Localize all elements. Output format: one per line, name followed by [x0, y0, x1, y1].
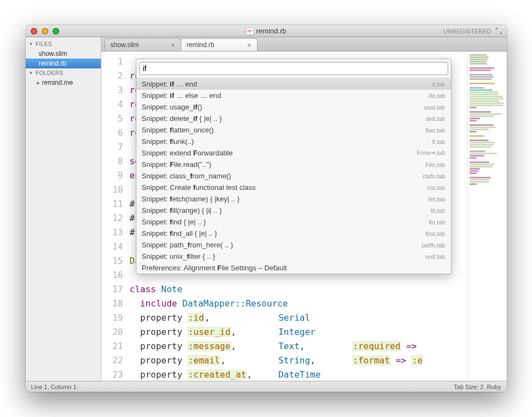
command-palette-item-hint: Forw⇥,tab [417, 149, 445, 157]
traffic-lights [31, 28, 59, 34]
ruby-file-icon: rb [246, 27, 254, 35]
command-palette-item[interactable]: Snippet: if … endif,tab [136, 78, 451, 90]
command-palette-item-hint: cla,tab [427, 184, 445, 191]
tab[interactable]: remind.rb × [181, 38, 258, 51]
window-title-text: remind.rb [256, 27, 287, 35]
editor-window: rb remind.rb UNREGISTERED ▼ FILES show.s… [26, 25, 507, 392]
folder-label: remind.me [42, 79, 73, 86]
command-palette-item-label: Snippet: if … end [142, 80, 197, 88]
command-palette-item-hint: File,tab [425, 161, 445, 168]
command-palette-item-label: Snippet: Create functional test class [142, 183, 256, 192]
chevron-right-icon: ▶ [37, 80, 40, 85]
command-palette-item-label: Snippet: unix_filter { .. } [142, 252, 215, 260]
command-palette-item-hint: patfh,tab [422, 242, 445, 248]
command-palette-item-label: Snippet: path_from_here( .. ) [142, 241, 233, 249]
command-palette-item[interactable]: Snippet: usage_if()usai,tab [136, 101, 451, 113]
window-title: rb remind.rb [26, 27, 507, 35]
titlebar: rb remind.rb UNREGISTERED [26, 25, 507, 37]
command-palette-item-label: Snippet: flunk(..) [142, 137, 194, 146]
folders-header-label: FOLDERS [36, 70, 64, 76]
command-palette-item[interactable]: Snippet: flunk(..)fl,tab [136, 136, 451, 147]
command-palette-item[interactable]: Snippet: find_all { |e| .. }fina,tab [136, 228, 451, 239]
status-tabsize[interactable]: Tab Size: 2 [454, 384, 483, 390]
files-section-header[interactable]: ▼ FILES [26, 39, 101, 49]
command-palette-item-label: Snippet: extend Forwardable [142, 149, 233, 157]
zoom-window-button[interactable] [53, 28, 59, 34]
command-palette-item[interactable]: Snippet: extend ForwardableForw⇥,tab [136, 147, 451, 159]
command-palette-item-label: Snippet: if … else … end [142, 91, 221, 100]
tab-label: remind.rb [187, 41, 215, 49]
command-palette-item-hint: usai,tab [424, 104, 445, 111]
tabbar: show.slim × remind.rb × [101, 37, 507, 51]
command-palette-item-hint: clafn,tab [422, 173, 445, 179]
command-palette-item-hint: fl,tab [432, 138, 445, 145]
command-palette-item-label: Snippet: find_all { |e| .. } [142, 229, 218, 238]
command-palette-item[interactable]: Snippet: unix_filter { .. }unif,tab [136, 251, 451, 262]
sidebar: ▼ FILES show.slim remind.rb ▼ FOLDERS ▶ … [26, 37, 101, 381]
gutter: 1234567891011121314151617181920212223 [101, 51, 128, 381]
command-palette-input[interactable] [139, 62, 448, 75]
unregistered-label: UNREGISTERED [443, 28, 491, 34]
command-palette-item[interactable]: Snippet: delete_if { |e| .. }deli,tab [136, 113, 451, 124]
tab-label: show.slim [111, 41, 139, 49]
command-palette-item[interactable]: Snippet: fetch(name) { |key| .. }fet,tab [136, 193, 451, 205]
command-palette-item[interactable]: Preferences: Alignment File Settings – D… [136, 262, 451, 274]
sidebar-file-item[interactable]: show.slim [26, 49, 101, 59]
command-palette-item-label: Snippet: flatten_once() [142, 126, 214, 134]
command-palette-item-hint: fina,tab [425, 230, 445, 237]
command-palette-item[interactable]: Snippet: flatten_once()flao,tab [136, 124, 451, 136]
command-palette-item-label: Snippet: usage_if() [142, 103, 203, 111]
minimap[interactable] [467, 51, 507, 381]
close-tab-icon[interactable]: × [247, 41, 251, 49]
chevron-down-icon: ▼ [29, 71, 33, 76]
command-palette-item-label: Snippet: fill(range) { |i| .. } [142, 206, 222, 215]
files-header-label: FILES [36, 41, 52, 47]
close-window-button[interactable] [31, 28, 37, 34]
command-palette-item[interactable]: Snippet: path_from_here( .. )patfh,tab [136, 239, 451, 251]
sidebar-file-item[interactable]: remind.rb [26, 59, 101, 68]
close-tab-icon[interactable]: × [171, 41, 175, 49]
tab[interactable]: show.slim × [105, 38, 181, 51]
status-language[interactable]: Ruby [487, 384, 501, 390]
command-palette-item-label: Snippet: delete_if { |e| .. } [142, 114, 222, 123]
chevron-down-icon: ▼ [29, 42, 33, 47]
command-palette-item-hint: fet,tab [428, 196, 445, 202]
command-palette-item-hint: deli,tab [426, 115, 445, 122]
editor[interactable]: 1234567891011121314151617181920212223 re… [101, 51, 507, 381]
command-palette-item-hint: if,tab [432, 81, 445, 88]
statusbar: Line 1, Column 1 Tab Size: 2 Ruby [26, 381, 507, 392]
command-palette-item-hint: flao,tab [425, 127, 445, 134]
folders-section-header[interactable]: ▼ FOLDERS [26, 68, 101, 78]
command-palette-item[interactable]: Snippet: if … else … endife,tab [136, 90, 451, 101]
command-palette-item-label: Snippet: fetch(name) { |key| .. } [142, 195, 240, 203]
command-palette-item[interactable]: Snippet: find { |e| .. }fin,tab [136, 216, 451, 228]
fullscreen-icon[interactable] [496, 28, 502, 34]
command-palette-item-label: Snippet: class_from_name() [142, 172, 231, 180]
command-palette-item[interactable]: Snippet: class_from_name()clafn,tab [136, 170, 451, 182]
command-palette-item-hint: fil,tab [431, 207, 445, 214]
command-palette-item-hint: unif,tab [425, 253, 445, 260]
command-palette: Snippet: if … endif,tabSnippet: if … els… [136, 59, 451, 274]
command-palette-item-hint: ife,tab [429, 92, 445, 99]
command-palette-item-label: Snippet: File.read("..") [142, 160, 211, 169]
command-palette-list: Snippet: if … endif,tabSnippet: if … els… [136, 78, 451, 274]
command-palette-item-label: Preferences: Alignment File Settings – D… [142, 264, 287, 272]
minimize-window-button[interactable] [42, 28, 48, 34]
command-palette-item-label: Snippet: find { |e| .. } [142, 218, 206, 226]
command-palette-item[interactable]: Snippet: Create functional test classcla… [136, 182, 451, 193]
sidebar-folder-item[interactable]: ▶ remind.me [26, 78, 101, 88]
status-position: Line 1, Column 1 [31, 384, 77, 390]
command-palette-item[interactable]: Snippet: File.read("..")File,tab [136, 159, 451, 170]
command-palette-item-hint: fin,tab [429, 219, 445, 225]
command-palette-item[interactable]: Snippet: fill(range) { |i| .. }fil,tab [136, 205, 451, 216]
